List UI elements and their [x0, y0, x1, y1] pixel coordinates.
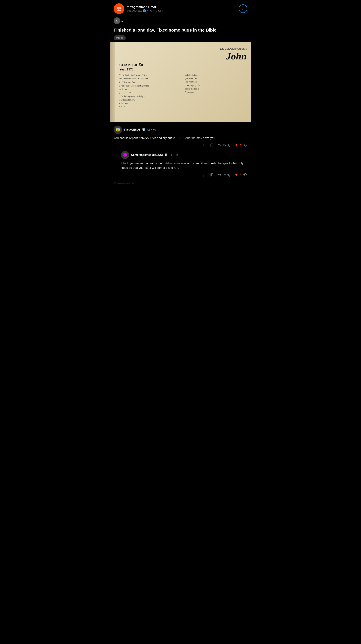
comment-separator-1: •: [151, 128, 152, 131]
nested-shield: 🛡️: [164, 153, 168, 157]
bookmark-icon-nested: [210, 173, 214, 178]
bible-year: Year 1970: [119, 68, 134, 71]
username[interactable]: u/4BDUL4Z1Z: [127, 9, 142, 12]
comment-avatar-1[interactable]: 😇: [114, 126, 122, 134]
bookmark-button-nested[interactable]: [210, 173, 214, 178]
three-dots-icon-nested: ⋮: [202, 173, 206, 178]
separator2: •: [153, 9, 154, 12]
three-dots-icon-1: ⋮: [202, 144, 206, 148]
subreddit-name[interactable]: r/ProgrammerHumor: [127, 5, 163, 9]
comment-karma-1: +2: [147, 128, 150, 131]
bookmark-button-1[interactable]: [210, 143, 214, 148]
separator: •: [147, 9, 148, 12]
bible-left-col: IN the beginning Rwas the Word, and the …: [119, 73, 183, 108]
bible-image: The Gospel According t John CHAPTER ✗0 Y…: [110, 42, 251, 122]
post-flair[interactable]: Meme: [114, 36, 126, 40]
nested-separator: •: [173, 154, 174, 156]
reply-button-nested[interactable]: Reply: [218, 173, 230, 178]
vote-group-1: 2: [234, 143, 247, 148]
upvote-button-nested[interactable]: [234, 173, 238, 178]
post-header: </> r/ProgrammerHumor u/4BDUL4Z1Z 👤 • 9d…: [110, 0, 251, 16]
bookmark-icon-1: [210, 143, 214, 148]
nested-username[interactable]: Somerandomedude1q2w: [131, 154, 163, 156]
bible-title-line1: The Gospel According t: [220, 47, 247, 50]
downvote-button-1[interactable]: [243, 143, 247, 148]
comment-meta-1: FilsdeJESUS 🛡️ +2 • 9d: [124, 128, 156, 132]
more-options-button-nested[interactable]: ⋮: [202, 173, 206, 178]
nested-karma: +1: [169, 154, 172, 156]
reply-button-1[interactable]: Reply: [218, 143, 230, 148]
nested-comment-body: I think you mean that you should debug y…: [121, 161, 247, 170]
downvote-button-nested[interactable]: [243, 173, 247, 178]
award-badge: S 1: [114, 17, 247, 24]
nested-avatar-emoji: 😈: [123, 153, 127, 157]
comment-actions-1: ⋮ Reply: [114, 143, 247, 148]
reply-arrow-icon-nested: [218, 173, 221, 178]
reply-label-1: Reply: [223, 144, 230, 147]
nested-comment-header: 😈 Somerandomedude1q2w 🛡️ +1 • 8d: [121, 151, 247, 159]
bible-genref: Gen. 1:1: [119, 105, 181, 108]
comment-time-1: 9d: [153, 128, 156, 131]
nested-comment: 😈 Somerandomedude1q2w 🛡️ +1 • 8d I think…: [118, 148, 247, 180]
more-options-button-1[interactable]: ⋮: [202, 144, 206, 148]
vote-group-nested: 1: [234, 173, 247, 178]
post-title: Finished a long day, Fixed some bugs in …: [110, 26, 251, 35]
post-info: u/4BDUL4Z1Z 👤 • 9d • i.redd.it: [127, 9, 163, 12]
comment-shield-1: 🛡️: [142, 128, 146, 132]
post-header-left: </> r/ProgrammerHumor u/4BDUL4Z1Z 👤 • 9d…: [114, 3, 163, 14]
bible-verse-2: only begotten o grace and truth. 15 John…: [185, 73, 247, 94]
reply-arrow-icon-1: [218, 143, 221, 148]
nested-comment-meta: Somerandomedude1q2w 🛡️ +1 • 8d: [131, 153, 178, 157]
time-ago: 9d: [149, 9, 152, 12]
subreddit-icon[interactable]: </>: [114, 3, 124, 14]
comment-username-1[interactable]: FilsdeJESUS: [124, 128, 141, 131]
nested-comment-avatar[interactable]: 😈: [121, 151, 129, 159]
bible-content: IN the beginning Rwas the Word, and the …: [119, 73, 247, 108]
comments-section: 😇 FilsdeJESUS 🛡️ +2 • 9d You should repe…: [110, 122, 251, 181]
nested-time: 8d: [176, 154, 178, 156]
comment-header-1: 😇 FilsdeJESUS 🛡️ +2 • 9d: [114, 126, 247, 134]
vote-count-1: 2: [240, 144, 242, 147]
checkmark-button[interactable]: ✓: [239, 4, 247, 13]
bible-chapter: CHAPTER ✗0: [119, 63, 143, 67]
user-icon: 👤: [143, 9, 146, 12]
post-meta: r/ProgrammerHumor u/4BDUL4Z1Z 👤 • 9d • i…: [127, 5, 163, 12]
checkmark-icon: ✓: [241, 6, 244, 11]
comment-1: 😇 FilsdeJESUS 🛡️ +2 • 9d You should repe…: [110, 122, 251, 181]
bible-verse-1: IN the beginning Rwas the Word, and the …: [119, 73, 181, 105]
reply-label-nested: Reply: [223, 174, 230, 177]
bible-title-john: John: [226, 51, 247, 62]
upvote-button-1[interactable]: [234, 143, 238, 148]
bible-page: The Gospel According t John CHAPTER ✗0 Y…: [110, 42, 251, 122]
svg-text:</>: </>: [118, 8, 120, 10]
comment-body-1: You should repent from your sin and cry …: [114, 136, 247, 140]
source: i.redd.it: [156, 9, 163, 12]
award-count: 1: [121, 19, 123, 22]
vote-count-nested: 1: [240, 174, 242, 177]
bible-right-col: only begotten o grace and truth. 15 John…: [183, 73, 247, 108]
watermark: r/ProgrammerHumor • ia: [110, 181, 251, 185]
nested-comment-actions: ⋮: [121, 173, 247, 178]
award-icon: S: [114, 17, 120, 24]
avatar-emoji-1: 😇: [116, 128, 120, 132]
